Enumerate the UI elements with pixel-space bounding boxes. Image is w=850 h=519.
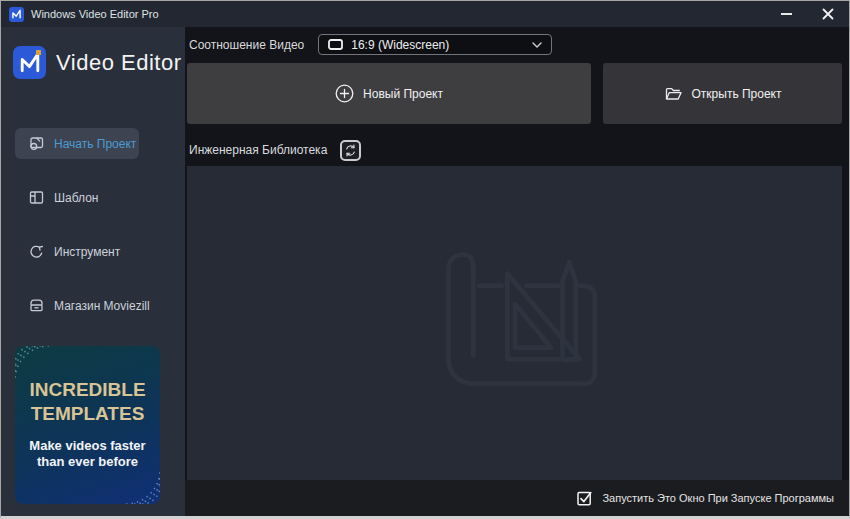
- project-actions: Новый Проект Открыть Проект: [187, 63, 842, 124]
- startup-checkbox[interactable]: [577, 490, 593, 506]
- startup-checkbox-label: Запустить Это Окно При Запуске Программы: [602, 492, 834, 504]
- library-title: Инженерная Библиотека: [189, 143, 327, 157]
- refresh-icon: [344, 144, 357, 157]
- sidebar-item-label: Начать Проект: [54, 137, 136, 151]
- app-logo-icon: [9, 7, 24, 22]
- sidebar-item-tool[interactable]: Инструмент: [15, 236, 139, 267]
- footer: Запустить Это Окно При Запуске Программы: [185, 480, 849, 516]
- sidebar-item-label: Магазин Moviezill: [54, 299, 150, 313]
- sidebar-item-template[interactable]: Шаблон: [15, 182, 139, 213]
- sidebar-item-label: Инструмент: [54, 245, 120, 259]
- promo-headline-line2: TEMPLATES: [15, 402, 160, 426]
- sidebar-item-start-project[interactable]: Начать Проект: [15, 128, 139, 159]
- tool-icon: [28, 243, 45, 260]
- window-title: Windows Video Editor Pro: [31, 8, 159, 20]
- start-project-icon: [28, 135, 45, 152]
- promo-headline-line1: INCREDIBLE: [15, 378, 160, 402]
- aspect-ratio-row: Соотношение Видео 16:9 (Widescreen): [187, 34, 842, 55]
- promo-banner[interactable]: INCREDIBLE TEMPLATES Make videos faster …: [15, 346, 160, 504]
- promo-text: INCREDIBLE TEMPLATES Make videos faster …: [15, 378, 160, 471]
- aspect-ratio-dropdown[interactable]: 16:9 (Widescreen): [318, 34, 552, 55]
- sidebar: Video Editor Начать Проект: [1, 27, 185, 516]
- sidebar-item-store[interactable]: Магазин Moviezill: [15, 290, 139, 321]
- sidebar-menu: Начать Проект Шаблон: [1, 128, 185, 321]
- aspect-ratio-value: 16:9 (Widescreen): [351, 38, 449, 52]
- monitor-icon: [328, 39, 343, 50]
- brand-logo-icon: [13, 46, 46, 79]
- library-header: Инженерная Библиотека: [187, 139, 842, 161]
- blueprint-watermark-icon: [420, 247, 610, 399]
- brand: Video Editor: [13, 46, 185, 79]
- promo-sub-line1: Make videos faster: [15, 438, 160, 455]
- close-button[interactable]: [807, 1, 849, 27]
- chevron-down-icon: [532, 42, 542, 48]
- window-body: Video Editor Начать Проект: [1, 27, 849, 516]
- app-window: Windows Video Editor Pro Video Editor: [0, 0, 850, 519]
- store-icon: [28, 297, 45, 314]
- titlebar[interactable]: Windows Video Editor Pro: [1, 1, 849, 27]
- promo-sub-line2: than ever before: [15, 454, 160, 471]
- open-folder-icon: [664, 86, 683, 102]
- main-area: Соотношение Видео 16:9 (Widescreen): [185, 27, 849, 516]
- aspect-ratio-label: Соотношение Видео: [189, 38, 304, 52]
- template-icon: [28, 189, 45, 206]
- brand-name: Video Editor: [56, 50, 181, 76]
- sidebar-item-label: Шаблон: [54, 191, 98, 205]
- library-panel: [187, 166, 842, 480]
- main-content: Соотношение Видео 16:9 (Widescreen): [185, 27, 849, 480]
- new-project-button[interactable]: Новый Проект: [187, 63, 591, 124]
- plus-circle-icon: [335, 84, 354, 103]
- refresh-button[interactable]: [340, 140, 361, 161]
- new-project-label: Новый Проект: [363, 87, 443, 101]
- brand-logo-dot: [36, 50, 41, 55]
- open-project-label: Открыть Проект: [692, 87, 782, 101]
- minimize-button[interactable]: [765, 1, 807, 27]
- open-project-button[interactable]: Открыть Проект: [603, 63, 842, 124]
- close-icon: [822, 8, 834, 20]
- window-controls: [765, 1, 849, 27]
- minimize-icon: [781, 13, 792, 16]
